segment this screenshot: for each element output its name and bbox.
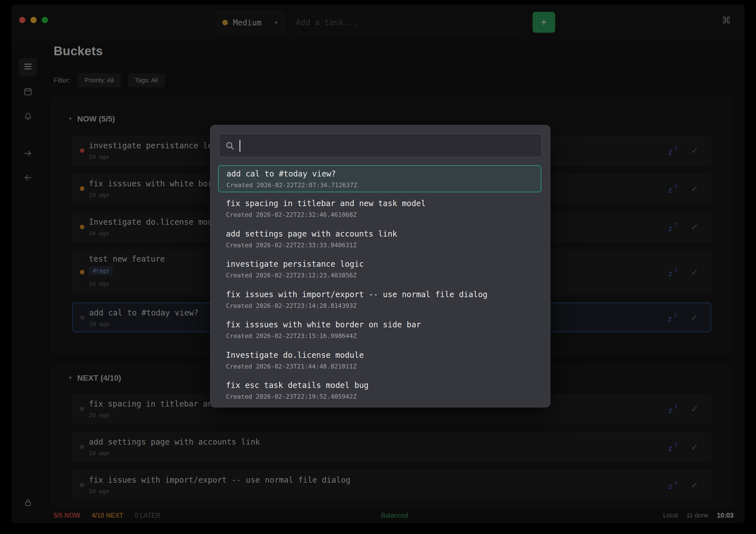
- result-created: Created 2026-02-22T22:32:46.461068Z: [226, 211, 357, 218]
- palette-result[interactable]: Investigate do.license module Created 20…: [218, 347, 541, 374]
- palette-search-input[interactable]: [219, 134, 542, 157]
- palette-result-selected[interactable]: add cal to #today view? Created 2026-02-…: [218, 165, 541, 192]
- result-created: Created 2026-02-22T23:14:28.814393Z: [226, 302, 357, 309]
- result-created: Created 2026-02-22T23:15:16.998644Z: [226, 332, 357, 340]
- palette-result[interactable]: fix spacing in titlebar and new task mod…: [218, 195, 541, 222]
- search-icon: [225, 141, 235, 152]
- result-title: Investigate do.license module: [226, 350, 364, 360]
- result-title: fix isssues with white border on side ba…: [226, 320, 421, 329]
- palette-result[interactable]: investigate persistance logic Created 20…: [218, 256, 541, 283]
- result-created: Created 2026-02-23T21:44:48.021011Z: [226, 363, 357, 370]
- result-title: fix spacing in titlebar and new task mod…: [226, 199, 426, 208]
- palette-result[interactable]: fix isssues with white border on side ba…: [218, 317, 541, 344]
- palette-result[interactable]: add settings page with accounts link Cre…: [218, 226, 541, 253]
- result-created: Created 2026-02-23T22:19:52.405942Z: [226, 393, 357, 400]
- text-cursor: [239, 140, 240, 152]
- result-title: investigate persistance logic: [226, 259, 364, 269]
- command-palette: add cal to #today view? Created 2026-02-…: [210, 125, 550, 407]
- result-title: add settings page with accounts link: [226, 229, 397, 239]
- palette-result[interactable]: fix issues with import/export -- use nor…: [218, 287, 541, 314]
- result-title: add cal to #today view?: [227, 169, 336, 178]
- result-created: Created 2026-02-22T22:07:34.712637Z: [227, 182, 357, 189]
- result-created: Created 2026-02-22T23:12:23.403856Z: [226, 272, 357, 279]
- result-created: Created 2026-02-22T22:33:33.940631Z: [226, 242, 357, 249]
- result-title: fix issues with import/export -- use nor…: [226, 290, 487, 299]
- result-title: fix esc task details model bug: [226, 381, 369, 390]
- palette-result[interactable]: fix esc task details model bug Created 2…: [218, 377, 541, 404]
